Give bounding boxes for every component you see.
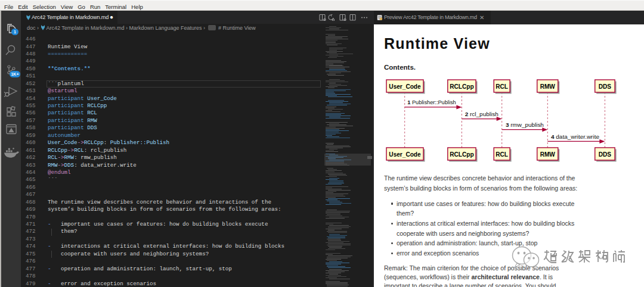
svg-text:DDS: DDS: [599, 83, 612, 90]
svg-text:1 Publisher::Publish: 1 Publisher::Publish: [407, 99, 456, 105]
svg-text:RCL: RCL: [496, 83, 508, 90]
svg-text:DDS: DDS: [599, 151, 612, 158]
svg-text:RCLCpp: RCLCpp: [450, 151, 473, 158]
svg-text:4 data_writer.write: 4 data_writer.write: [551, 134, 599, 140]
svg-text:2 rcl_publish: 2 rcl_publish: [465, 111, 499, 117]
svg-text:User_Code: User_Code: [389, 83, 421, 90]
svg-text:RMW: RMW: [540, 151, 556, 158]
svg-text:3 rmw_publish: 3 rmw_publish: [506, 122, 544, 128]
svg-text:RCLCpp: RCLCpp: [450, 83, 473, 90]
svg-text:RMW: RMW: [540, 83, 556, 90]
svg-text:User_Code: User_Code: [389, 151, 421, 158]
svg-text:RCL: RCL: [496, 151, 508, 158]
